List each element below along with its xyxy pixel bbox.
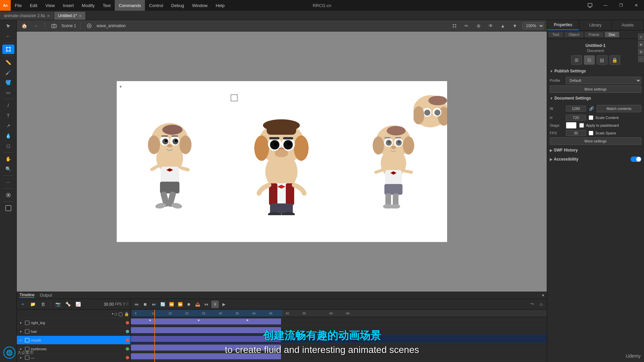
stroke-color[interactable]: [2, 203, 14, 213]
swf-history-header[interactable]: ▶ SWF History: [550, 146, 641, 155]
eraser-tool[interactable]: ◻: [2, 141, 14, 150]
hand-tool[interactable]: ✋: [2, 154, 14, 164]
more-settings-btn-2[interactable]: More settings: [550, 137, 641, 145]
loop-btn[interactable]: 🔄: [159, 301, 166, 308]
doc-align-icon[interactable]: ⊞: [571, 55, 582, 65]
step-fwd-btn[interactable]: ⏩: [176, 301, 184, 308]
next-frame-btn[interactable]: ⏭: [150, 301, 158, 308]
accessibility-header[interactable]: ▶ Accessibility: [550, 155, 641, 164]
maximize-button[interactable]: ❐: [613, 0, 629, 11]
pause-btn[interactable]: ⏸: [211, 301, 219, 308]
subselect-tool[interactable]: [2, 45, 14, 54]
link-dimensions-icon[interactable]: 🔗: [589, 106, 594, 111]
delete-layer-btn[interactable]: 🗑: [39, 300, 47, 308]
tab-assets[interactable]: Assets: [612, 20, 644, 30]
edge-icon-4[interactable]: ∷: [638, 56, 644, 62]
tab-animate-character[interactable]: animate character 2.fla ✕: [0, 12, 54, 20]
scale-spans-checkbox[interactable]: [589, 131, 593, 135]
select-tool[interactable]: [2, 21, 14, 31]
free-transform-tool[interactable]: ↗: [2, 121, 14, 130]
menu-view[interactable]: View: [41, 0, 59, 11]
zoom-tool[interactable]: 🔍: [2, 164, 14, 174]
home-btn[interactable]: 🏠: [19, 22, 29, 30]
onion-skin[interactable]: [2, 190, 14, 200]
fps-input[interactable]: [566, 130, 586, 136]
subtab-frame[interactable]: Frame: [585, 32, 603, 37]
subtab-doc[interactable]: Doc: [605, 32, 620, 37]
more-tools[interactable]: ···: [2, 177, 14, 187]
tab-properties[interactable]: Properties: [547, 20, 579, 30]
profile-select[interactable]: Default: [566, 77, 641, 84]
camera-tl-icon[interactable]: 📷: [54, 300, 62, 308]
doc-layout-icon[interactable]: ▤: [597, 55, 607, 65]
menu-insert[interactable]: Insert: [59, 0, 78, 11]
menu-commands[interactable]: Commands: [115, 0, 145, 11]
tab-output[interactable]: Output: [40, 293, 52, 298]
apply-pasteboard-checkbox[interactable]: [579, 123, 584, 128]
record-btn[interactable]: ⏺: [185, 301, 193, 308]
menu-edit[interactable]: Edit: [26, 0, 41, 11]
scale-content-checkbox[interactable]: [589, 115, 593, 120]
subtab-object[interactable]: Object: [565, 32, 583, 37]
add-layer-btn[interactable]: +: [19, 300, 27, 308]
layer-hair[interactable]: ▸ hair: [17, 327, 130, 336]
edge-icon-2[interactable]: ◈: [638, 41, 644, 48]
menu-window[interactable]: Window: [188, 0, 212, 11]
canvas-area[interactable]: +: [17, 32, 547, 292]
doc-lock-icon[interactable]: 🔒: [609, 55, 620, 65]
stage-color-swatch[interactable]: [566, 122, 577, 129]
edit-icon[interactable]: ✏: [462, 22, 471, 30]
match-contents-btn[interactable]: Match contents: [597, 105, 641, 112]
pencil-tool[interactable]: ✏️: [2, 58, 14, 67]
layer-eyebrows[interactable]: ▸ eyebrows: [17, 345, 130, 353]
doc-settings-header[interactable]: ▼ Document Settings: [550, 94, 641, 103]
export-btn[interactable]: 📤: [194, 301, 201, 308]
play-btn[interactable]: ▶: [220, 301, 227, 308]
step-back-btn[interactable]: ⏪: [168, 301, 175, 308]
menu-modify[interactable]: Modify: [78, 0, 99, 11]
add-folder-btn[interactable]: 📁: [29, 300, 37, 308]
menu-debug[interactable]: Debug: [167, 0, 188, 11]
tab-timeline[interactable]: Timeline: [19, 293, 35, 298]
up-icon[interactable]: ▲: [498, 22, 507, 30]
menu-text[interactable]: Text: [99, 0, 115, 11]
down-icon[interactable]: ▼: [510, 22, 520, 30]
text-tool[interactable]: T: [2, 111, 14, 120]
layer-more[interactable]: ▸ —: [17, 353, 130, 362]
zoom-select[interactable]: 100% 50% 200%: [522, 22, 544, 29]
rect-tool[interactable]: ▭: [2, 88, 14, 97]
snap-icon[interactable]: [450, 22, 459, 30]
rewind-btn[interactable]: ⏮: [203, 301, 210, 308]
ease-btn[interactable]: 〜: [529, 301, 536, 308]
layer-mouth[interactable]: ▸ mouth: [17, 336, 130, 345]
menu-file[interactable]: File: [11, 0, 26, 11]
edge-icon-1[interactable]: ≡: [638, 34, 644, 40]
tab-library[interactable]: Library: [579, 20, 611, 30]
accessibility-toggle-switch[interactable]: [631, 157, 641, 162]
w-input[interactable]: [566, 106, 586, 112]
doc-grid-icon[interactable]: ⊟: [584, 55, 595, 65]
menu-control[interactable]: Control: [145, 0, 167, 11]
rig-icon[interactable]: 🦴: [64, 300, 72, 308]
publish-settings-header[interactable]: ▼ Publish Settings: [550, 67, 641, 75]
line-tool[interactable]: /: [2, 101, 14, 110]
back-tool[interactable]: ←: [2, 32, 14, 41]
h-input[interactable]: [566, 115, 586, 121]
back-btn[interactable]: ←: [32, 22, 41, 30]
menu-help[interactable]: Help: [212, 0, 229, 11]
transform-icon[interactable]: ⊕: [474, 22, 483, 30]
stop-btn[interactable]: ⏹: [142, 301, 149, 308]
minimize-button[interactable]: —: [598, 0, 613, 11]
keyframe-btn[interactable]: ◇: [537, 301, 545, 308]
graph-icon[interactable]: 📈: [74, 300, 82, 308]
brush-tool[interactable]: 🖌️: [2, 68, 14, 77]
paint-bucket-tool[interactable]: 🪣: [2, 78, 14, 87]
edge-icon-3[interactable]: ⊞: [638, 48, 644, 55]
close-button[interactable]: ✕: [629, 0, 644, 11]
view-icon[interactable]: 👁: [486, 22, 495, 30]
publish-icon[interactable]: [582, 0, 598, 11]
subtab-tool[interactable]: Tool: [548, 32, 563, 37]
first-frame-btn[interactable]: ⏮: [133, 301, 140, 308]
layer-right-leg[interactable]: ▸ right_leg: [17, 318, 130, 327]
more-settings-btn[interactable]: More settings: [550, 85, 641, 93]
